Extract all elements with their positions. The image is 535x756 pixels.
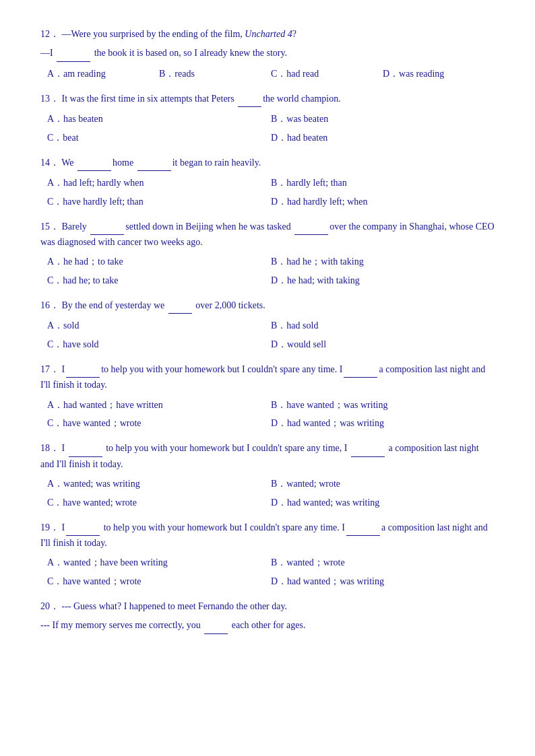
q16-option-d: D．would sell — [271, 337, 495, 353]
q13-option-b: B．was beaten — [271, 111, 495, 127]
q18-option-b: B．wanted; wrote — [271, 476, 495, 492]
q15-option-c: C．had he; to take — [47, 273, 271, 289]
question-17: 17． I to help you with your homework but… — [40, 362, 495, 432]
q15-blank1 — [90, 219, 124, 235]
q12-option-a: A．am reading — [47, 66, 159, 82]
question-13: 13． It was the first time in six attempt… — [40, 92, 495, 146]
q19-option-a: A．wanted；have been writing — [47, 555, 271, 571]
q19-blank1 — [66, 520, 100, 536]
q13-blank — [238, 92, 261, 107]
q14-number: 14． — [40, 158, 59, 168]
q18-options: A．wanted; was writing B．wanted; wrote C．… — [47, 476, 495, 511]
question-12-second: —I the book it is based on, so I already… — [40, 46, 495, 61]
q16-option-c: C．have sold — [47, 337, 271, 353]
q15-blank2 — [294, 219, 328, 235]
question-13-text: 13． It was the first time in six attempt… — [40, 92, 495, 107]
q15-option-a: A．he had；to take — [47, 254, 271, 270]
question-19: 19． I to help you with your homework but… — [40, 520, 495, 590]
question-12: 12． —Were you surprised by the ending of… — [40, 27, 495, 82]
q16-option-a: A．sold — [47, 318, 271, 334]
q14-option-a: A．had left; hardly when — [47, 175, 271, 191]
question-19-text: 19． I to help you with your homework but… — [40, 520, 495, 551]
q17-blank1 — [66, 362, 100, 378]
question-16: 16． By the end of yesterday we over 2,00… — [40, 298, 495, 353]
q16-number: 16． — [40, 300, 59, 310]
q19-option-b: B．wanted；wrote — [271, 555, 495, 571]
q18-number: 18． — [40, 443, 59, 453]
q17-blank2 — [344, 362, 377, 378]
q14-option-d: D．had hardly left; when — [271, 194, 495, 210]
q12-number: 12． — [40, 29, 59, 39]
q13-option-a: A．has beaten — [47, 111, 271, 127]
q18-option-a: A．wanted; was writing — [47, 476, 271, 492]
q12-option-b: B．reads — [159, 66, 271, 82]
q12-option-d: D．was reading — [383, 66, 495, 82]
q19-option-c: C．have wanted；wrote — [47, 574, 271, 590]
q19-options: A．wanted；have been writing B．wanted；wrot… — [47, 555, 495, 590]
q12-blank — [57, 46, 90, 61]
q15-options: A．he had；to take B．had he；with taking C．… — [47, 254, 495, 289]
question-17-text: 17． I to help you with your homework but… — [40, 362, 495, 393]
question-14-text: 14． We home it began to rain heavily. — [40, 156, 495, 171]
q14-blank1 — [77, 156, 111, 171]
q17-option-a: A．had wanted；have written — [47, 397, 271, 413]
q14-options: A．had left; hardly when B．hardly left; t… — [47, 175, 495, 210]
q19-number: 19． — [40, 522, 59, 532]
question-20: 20． --- Guess what? I happened to meet F… — [40, 599, 495, 634]
q20-number: 20． — [40, 601, 59, 611]
q13-option-d: D．had beaten — [271, 130, 495, 146]
q12-option-c: C．had read — [271, 66, 383, 82]
q20-blank — [204, 618, 228, 633]
q17-option-c: C．have wanted；wrote — [47, 415, 271, 432]
q13-option-c: C．beat — [47, 130, 271, 146]
question-18-text: 18． I to help you with your homework but… — [40, 441, 495, 472]
q18-option-c: C．have wanted; wrote — [47, 495, 271, 511]
question-16-text: 16． By the end of yesterday we over 2,00… — [40, 298, 495, 314]
q16-blank — [168, 298, 192, 314]
q18-blank2 — [351, 441, 385, 456]
q17-option-d: D．had wanted；was writing — [271, 415, 495, 432]
q13-options: A．has beaten B．was beaten C．beat D．had b… — [47, 111, 495, 146]
q14-blank2 — [137, 156, 171, 171]
q17-option-b: B．have wanted；was writing — [271, 397, 495, 413]
q16-option-b: B．had sold — [271, 318, 495, 334]
question-20-line1: 20． --- Guess what? I happened to meet F… — [40, 599, 495, 614]
question-15-text: 15． Barely settled down in Beijing when … — [40, 219, 495, 250]
q12-film-title: Uncharted 4 — [245, 29, 292, 39]
q17-options: A．had wanted；have written B．have wanted；… — [47, 397, 495, 432]
q15-number: 15． — [40, 221, 59, 232]
q15-option-d: D．he had; with taking — [271, 273, 495, 289]
q13-number: 13． — [40, 94, 59, 104]
question-12-text: 12． —Were you surprised by the ending of… — [40, 27, 495, 42]
q12-options: A．am reading B．reads C．had read D．was re… — [47, 66, 495, 82]
q14-option-c: C．have hardly left; than — [47, 194, 271, 210]
q19-blank2 — [346, 520, 380, 536]
q18-option-d: D．had wanted; was writing — [271, 495, 495, 511]
q17-number: 17． — [40, 364, 59, 374]
question-14: 14． We home it began to rain heavily. A．… — [40, 156, 495, 210]
question-18: 18． I to help you with your homework but… — [40, 441, 495, 510]
q19-option-d: D．had wanted；was writing — [271, 574, 495, 590]
q15-option-b: B．had he；with taking — [271, 254, 495, 270]
question-20-line2: --- If my memory serves me correctly, yo… — [40, 618, 495, 633]
question-15: 15． Barely settled down in Beijing when … — [40, 219, 495, 289]
q18-blank1 — [69, 441, 102, 456]
q14-option-b: B．hardly left; than — [271, 175, 495, 191]
exam-content: 12． —Were you surprised by the ending of… — [40, 27, 495, 634]
q16-options: A．sold B．had sold C．have sold D．would se… — [47, 318, 495, 353]
